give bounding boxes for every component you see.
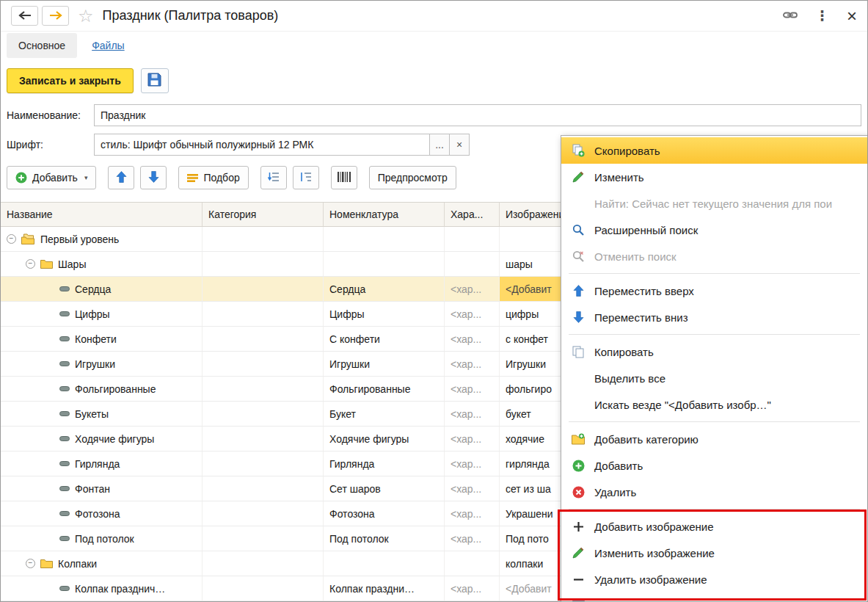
cell-nomenclature: Под потолок	[324, 526, 445, 551]
menu-item-label: Выделить все	[594, 372, 665, 385]
no-icon	[571, 196, 586, 211]
font-input[interactable]: стиль: Шрифт обычный полужирный 12 РМК	[94, 134, 430, 156]
cell-characteristic: <хар...	[445, 576, 500, 601]
save-close-button[interactable]: Записать и закрыть	[7, 68, 134, 93]
menu-item-label: Переместить вниз	[594, 311, 688, 324]
barcode-button[interactable]	[331, 166, 357, 189]
move-up-button[interactable]	[108, 166, 134, 189]
context-menu-item[interactable]: Просмотреть изображение	[561, 592, 867, 602]
context-menu-item[interactable]: Скопировать	[561, 137, 867, 164]
collapse-toggle-icon[interactable]: −	[7, 234, 16, 244]
tree-cell: Букеты	[1, 402, 203, 426]
context-menu-item[interactable]: Удалить	[561, 479, 867, 505]
tree-cell: Цифры	[1, 302, 203, 326]
tree-cell: Под потолок	[1, 526, 203, 551]
context-menu-item[interactable]: Копировать	[561, 338, 867, 365]
preview-button[interactable]: Предпросмотр	[369, 166, 456, 189]
sort-list-button[interactable]	[260, 166, 287, 189]
link-icon[interactable]	[783, 10, 798, 22]
column-header-category[interactable]: Категория	[203, 203, 324, 226]
cell-characteristic: <хар...	[445, 327, 500, 351]
move-down-button[interactable]	[140, 166, 167, 189]
tab-main[interactable]: Основное	[7, 33, 77, 58]
cell-characteristic	[445, 252, 500, 276]
row-name: Сердца	[75, 283, 111, 295]
column-header-name[interactable]: Название	[1, 203, 203, 226]
context-menu-item[interactable]: Добавить	[561, 452, 867, 479]
column-header-characteristic[interactable]: Хара...	[445, 203, 500, 226]
tree-cell: Игрушки	[1, 352, 203, 376]
preview-button-label: Предпросмотр	[378, 172, 448, 184]
row-name: Колпаки	[58, 558, 97, 570]
section-tabs: Основное Файлы	[1, 32, 867, 59]
font-clear-button[interactable]: ×	[450, 134, 470, 156]
context-menu-item[interactable]: Добавить категорию	[561, 426, 867, 452]
context-menu-item[interactable]: Отменить поиск	[561, 243, 867, 269]
cell-nomenclature: Фотозона	[324, 501, 445, 526]
cell-characteristic: <хар...	[445, 526, 500, 551]
context-menu-item[interactable]: Переместить вниз	[561, 304, 867, 330]
element-icon	[59, 534, 70, 543]
collapse-toggle-icon[interactable]: −	[26, 559, 35, 568]
pick-list-icon	[187, 173, 198, 183]
element-icon	[59, 584, 70, 592]
close-icon[interactable]: ×	[847, 7, 857, 25]
cell-category	[203, 551, 324, 576]
forward-arrow-icon	[49, 10, 62, 22]
cell-nomenclature: Гирлянда	[324, 452, 445, 476]
outline-levels-button[interactable]	[293, 166, 319, 189]
back-arrow-icon	[18, 10, 32, 22]
column-header-nomenclature[interactable]: Номенклатура	[324, 203, 445, 226]
context-menu-item[interactable]: Расширенный поиск	[561, 217, 867, 243]
copy-add-icon	[571, 143, 586, 158]
back-button[interactable]	[11, 6, 38, 26]
menu-item-label: Добавить изображение	[594, 521, 714, 533]
favorite-star-icon[interactable]: ☆	[78, 7, 94, 25]
menu-item-label: Просмотреть изображение	[594, 600, 732, 602]
cell-nomenclature: Букет	[324, 402, 445, 426]
tab-files[interactable]: Файлы	[92, 40, 124, 51]
arrow-down-icon	[148, 171, 159, 185]
more-menu-icon[interactable]: ⋮	[815, 7, 829, 24]
font-label: Шрифт:	[7, 139, 94, 150]
row-name: Ходячие фигуры	[75, 433, 154, 445]
add-button[interactable]: Добавить ▾	[7, 166, 96, 189]
cell-characteristic: <хар...	[445, 427, 500, 451]
folders-icon	[21, 233, 35, 244]
forward-button[interactable]	[42, 6, 69, 26]
font-choose-button[interactable]: ...	[430, 134, 450, 156]
context-menu-item[interactable]: Удалить изображение	[561, 566, 867, 592]
minus-icon	[571, 572, 586, 587]
dropdown-caret-icon: ▾	[84, 174, 88, 181]
row-name: Гирлянда	[75, 458, 120, 470]
arrow-up-icon	[571, 283, 586, 298]
context-menu-item[interactable]: Искать везде "<Добавить изобр…"	[561, 391, 867, 418]
row-name: Колпак празднич…	[75, 583, 165, 595]
element-icon	[59, 285, 70, 293]
context-menu: СкопироватьИзменитьНайти: Сейчас нет тек…	[561, 135, 868, 602]
cell-category	[203, 526, 324, 551]
name-input[interactable]: Праздник	[94, 104, 861, 126]
collapse-toggle-icon[interactable]: −	[26, 259, 35, 269]
window-actions: ⋮ ×	[783, 7, 857, 25]
cell-category	[203, 352, 324, 376]
pick-button[interactable]: Подбор	[178, 166, 248, 189]
cell-characteristic: <хар...	[445, 302, 500, 326]
save-button[interactable]	[141, 68, 169, 93]
command-bar: Записать и закрыть	[1, 59, 867, 101]
element-icon	[59, 485, 70, 493]
tree-cell: −Колпаки	[1, 551, 203, 576]
context-menu-item[interactable]: Изменить	[561, 164, 867, 190]
pencil-icon	[571, 170, 586, 184]
font-value: стиль: Шрифт обычный полужирный 12 РМК	[101, 139, 313, 150]
context-menu-item[interactable]: Выделить все	[561, 365, 867, 391]
cell-characteristic: <хар...	[445, 377, 500, 401]
context-menu-item[interactable]: Добавить изображение	[561, 513, 867, 540]
image-icon	[571, 598, 586, 602]
context-menu-item[interactable]: Переместить вверх	[561, 278, 867, 304]
cell-nomenclature: Ходячие фигуры	[324, 427, 445, 451]
context-menu-item[interactable]: Изменить изображение	[561, 540, 867, 566]
element-icon	[59, 385, 70, 393]
context-menu-item[interactable]: Найти: Сейчас нет текущего значения для …	[561, 190, 867, 217]
cell-nomenclature	[324, 551, 445, 576]
